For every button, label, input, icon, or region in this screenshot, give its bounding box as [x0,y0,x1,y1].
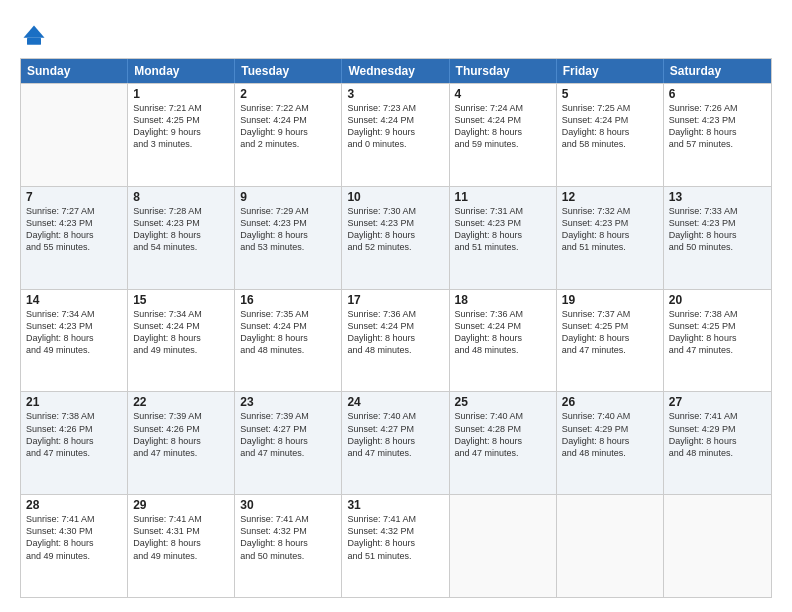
header [20,18,772,50]
day-info: Sunrise: 7:41 AM Sunset: 4:30 PM Dayligh… [26,513,122,562]
day-info: Sunrise: 7:23 AM Sunset: 4:24 PM Dayligh… [347,102,443,151]
day-info: Sunrise: 7:41 AM Sunset: 4:29 PM Dayligh… [669,410,766,459]
calendar-cell: 26Sunrise: 7:40 AM Sunset: 4:29 PM Dayli… [557,392,664,494]
day-number: 12 [562,190,658,204]
day-number: 10 [347,190,443,204]
day-info: Sunrise: 7:32 AM Sunset: 4:23 PM Dayligh… [562,205,658,254]
calendar-cell: 29Sunrise: 7:41 AM Sunset: 4:31 PM Dayli… [128,495,235,597]
day-info: Sunrise: 7:40 AM Sunset: 4:29 PM Dayligh… [562,410,658,459]
calendar-cell: 10Sunrise: 7:30 AM Sunset: 4:23 PM Dayli… [342,187,449,289]
calendar-cell: 11Sunrise: 7:31 AM Sunset: 4:23 PM Dayli… [450,187,557,289]
day-number: 30 [240,498,336,512]
day-number: 29 [133,498,229,512]
calendar-cell: 8Sunrise: 7:28 AM Sunset: 4:23 PM Daylig… [128,187,235,289]
calendar-cell: 13Sunrise: 7:33 AM Sunset: 4:23 PM Dayli… [664,187,771,289]
day-info: Sunrise: 7:21 AM Sunset: 4:25 PM Dayligh… [133,102,229,151]
day-info: Sunrise: 7:31 AM Sunset: 4:23 PM Dayligh… [455,205,551,254]
day-number: 7 [26,190,122,204]
calendar-cell: 23Sunrise: 7:39 AM Sunset: 4:27 PM Dayli… [235,392,342,494]
day-info: Sunrise: 7:38 AM Sunset: 4:26 PM Dayligh… [26,410,122,459]
day-info: Sunrise: 7:22 AM Sunset: 4:24 PM Dayligh… [240,102,336,151]
day-number: 21 [26,395,122,409]
day-info: Sunrise: 7:35 AM Sunset: 4:24 PM Dayligh… [240,308,336,357]
day-info: Sunrise: 7:40 AM Sunset: 4:27 PM Dayligh… [347,410,443,459]
calendar-cell: 27Sunrise: 7:41 AM Sunset: 4:29 PM Dayli… [664,392,771,494]
day-number: 13 [669,190,766,204]
calendar: SundayMondayTuesdayWednesdayThursdayFrid… [20,58,772,598]
page: SundayMondayTuesdayWednesdayThursdayFrid… [0,0,792,612]
day-number: 11 [455,190,551,204]
day-number: 3 [347,87,443,101]
day-number: 26 [562,395,658,409]
day-info: Sunrise: 7:28 AM Sunset: 4:23 PM Dayligh… [133,205,229,254]
calendar-cell: 2Sunrise: 7:22 AM Sunset: 4:24 PM Daylig… [235,84,342,186]
day-number: 2 [240,87,336,101]
day-number: 18 [455,293,551,307]
calendar-cell: 31Sunrise: 7:41 AM Sunset: 4:32 PM Dayli… [342,495,449,597]
cal-header-cell: Wednesday [342,59,449,83]
day-number: 19 [562,293,658,307]
day-info: Sunrise: 7:27 AM Sunset: 4:23 PM Dayligh… [26,205,122,254]
day-number: 9 [240,190,336,204]
day-number: 6 [669,87,766,101]
day-info: Sunrise: 7:41 AM Sunset: 4:32 PM Dayligh… [240,513,336,562]
cal-header-cell: Thursday [450,59,557,83]
calendar-cell: 21Sunrise: 7:38 AM Sunset: 4:26 PM Dayli… [21,392,128,494]
logo-icon [20,22,48,50]
day-number: 5 [562,87,658,101]
cal-header-cell: Tuesday [235,59,342,83]
calendar-cell: 20Sunrise: 7:38 AM Sunset: 4:25 PM Dayli… [664,290,771,392]
calendar-cell [557,495,664,597]
calendar-row: 7Sunrise: 7:27 AM Sunset: 4:23 PM Daylig… [21,186,771,289]
day-info: Sunrise: 7:36 AM Sunset: 4:24 PM Dayligh… [455,308,551,357]
calendar-cell: 28Sunrise: 7:41 AM Sunset: 4:30 PM Dayli… [21,495,128,597]
day-number: 27 [669,395,766,409]
day-number: 25 [455,395,551,409]
calendar-cell: 22Sunrise: 7:39 AM Sunset: 4:26 PM Dayli… [128,392,235,494]
day-info: Sunrise: 7:39 AM Sunset: 4:26 PM Dayligh… [133,410,229,459]
cal-header-cell: Sunday [21,59,128,83]
calendar-cell: 5Sunrise: 7:25 AM Sunset: 4:24 PM Daylig… [557,84,664,186]
day-info: Sunrise: 7:30 AM Sunset: 4:23 PM Dayligh… [347,205,443,254]
day-info: Sunrise: 7:36 AM Sunset: 4:24 PM Dayligh… [347,308,443,357]
calendar-cell [664,495,771,597]
calendar-cell: 15Sunrise: 7:34 AM Sunset: 4:24 PM Dayli… [128,290,235,392]
day-number: 24 [347,395,443,409]
day-number: 17 [347,293,443,307]
day-info: Sunrise: 7:41 AM Sunset: 4:32 PM Dayligh… [347,513,443,562]
calendar-cell: 16Sunrise: 7:35 AM Sunset: 4:24 PM Dayli… [235,290,342,392]
calendar-header-row: SundayMondayTuesdayWednesdayThursdayFrid… [21,59,771,83]
day-info: Sunrise: 7:24 AM Sunset: 4:24 PM Dayligh… [455,102,551,151]
calendar-cell: 1Sunrise: 7:21 AM Sunset: 4:25 PM Daylig… [128,84,235,186]
day-info: Sunrise: 7:29 AM Sunset: 4:23 PM Dayligh… [240,205,336,254]
day-number: 22 [133,395,229,409]
day-info: Sunrise: 7:25 AM Sunset: 4:24 PM Dayligh… [562,102,658,151]
calendar-cell: 24Sunrise: 7:40 AM Sunset: 4:27 PM Dayli… [342,392,449,494]
calendar-cell [21,84,128,186]
calendar-row: 14Sunrise: 7:34 AM Sunset: 4:23 PM Dayli… [21,289,771,392]
calendar-body: 1Sunrise: 7:21 AM Sunset: 4:25 PM Daylig… [21,83,771,597]
calendar-cell: 6Sunrise: 7:26 AM Sunset: 4:23 PM Daylig… [664,84,771,186]
day-info: Sunrise: 7:39 AM Sunset: 4:27 PM Dayligh… [240,410,336,459]
day-number: 14 [26,293,122,307]
calendar-cell: 25Sunrise: 7:40 AM Sunset: 4:28 PM Dayli… [450,392,557,494]
day-number: 1 [133,87,229,101]
day-info: Sunrise: 7:40 AM Sunset: 4:28 PM Dayligh… [455,410,551,459]
day-number: 8 [133,190,229,204]
day-number: 4 [455,87,551,101]
day-number: 15 [133,293,229,307]
calendar-cell: 3Sunrise: 7:23 AM Sunset: 4:24 PM Daylig… [342,84,449,186]
calendar-cell: 7Sunrise: 7:27 AM Sunset: 4:23 PM Daylig… [21,187,128,289]
svg-marker-0 [24,26,45,38]
day-info: Sunrise: 7:33 AM Sunset: 4:23 PM Dayligh… [669,205,766,254]
cal-header-cell: Saturday [664,59,771,83]
day-number: 16 [240,293,336,307]
day-info: Sunrise: 7:26 AM Sunset: 4:23 PM Dayligh… [669,102,766,151]
day-info: Sunrise: 7:38 AM Sunset: 4:25 PM Dayligh… [669,308,766,357]
calendar-cell: 14Sunrise: 7:34 AM Sunset: 4:23 PM Dayli… [21,290,128,392]
day-number: 20 [669,293,766,307]
calendar-cell: 17Sunrise: 7:36 AM Sunset: 4:24 PM Dayli… [342,290,449,392]
logo [20,22,52,50]
day-number: 28 [26,498,122,512]
calendar-cell: 9Sunrise: 7:29 AM Sunset: 4:23 PM Daylig… [235,187,342,289]
